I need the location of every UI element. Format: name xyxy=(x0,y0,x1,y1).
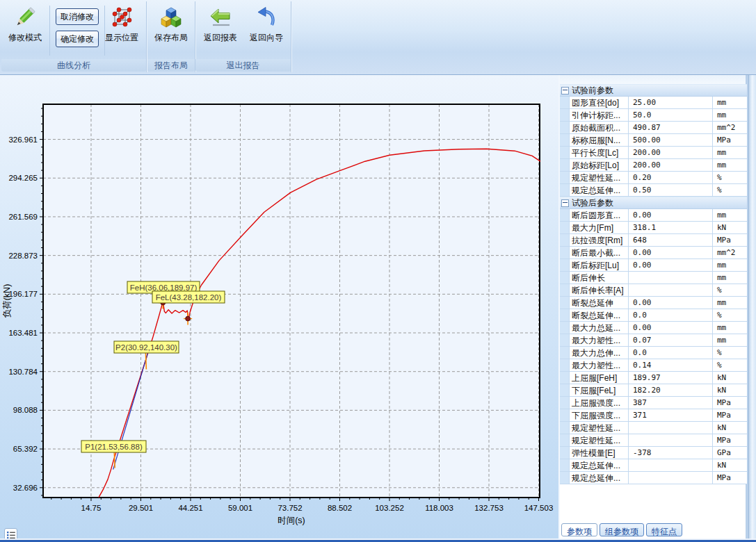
param-unit: % xyxy=(713,359,747,371)
param-unit: mm xyxy=(713,159,747,171)
param-unit: MPa xyxy=(713,134,747,146)
param-lab: 抗拉强度[Rm] xyxy=(570,234,629,246)
x-tick-label: 29.501 xyxy=(129,504,153,512)
y-axis-title: 负荷(kN) xyxy=(2,284,12,318)
x-tick-label: 59.001 xyxy=(228,504,252,512)
tab-feature-points[interactable]: 特征点 xyxy=(646,523,682,536)
param-row[interactable]: 断裂总延伸0.00mm xyxy=(560,297,747,309)
params-panel: 试验前参数圆形直径[do]25.00mm引伸计标距...50.0mm原始截面积.… xyxy=(558,75,748,540)
param-row[interactable]: 最大力塑性...0.07mm xyxy=(560,334,747,347)
param-gut xyxy=(560,159,570,171)
param-row[interactable]: 下屈服[FeL]182.20kN xyxy=(560,384,747,397)
param-lab: 最大力总伸... xyxy=(570,347,629,359)
load-time-chart: 14.7529.50144.25159.00173.75288.502103.2… xyxy=(0,75,558,540)
param-lab: 规定总延伸... xyxy=(570,472,629,484)
confirm-modify-button[interactable]: 确定修改 xyxy=(56,31,99,47)
param-row[interactable]: 断后圆形直...0.00mm xyxy=(560,209,747,222)
tab-param-items[interactable]: 参数项 xyxy=(561,523,597,536)
param-val: 0.07 xyxy=(629,334,713,346)
param-row[interactable]: 规定塑性延...0.20% xyxy=(560,172,747,184)
cancel-modify-button[interactable]: 取消修改 xyxy=(56,8,99,25)
param-row[interactable]: 引伸计标距...50.0mm xyxy=(560,109,747,122)
param-val: 0.14 xyxy=(629,359,713,371)
save-layout-button[interactable]: 保存布局 xyxy=(149,3,193,58)
param-lab: 最大力塑性... xyxy=(570,359,629,371)
collapse-minus-icon[interactable] xyxy=(561,199,569,207)
param-row[interactable]: 抗拉强度[Rm]648MPa xyxy=(560,234,747,247)
y-tick-label: 130.784 xyxy=(8,368,38,376)
param-val: 500.00 xyxy=(629,134,713,146)
x-tick-label: 147.503 xyxy=(524,504,554,512)
param-val: 182.20 xyxy=(629,384,713,396)
param-row[interactable]: 断后伸长mm xyxy=(560,272,747,284)
back-to-wizard-button[interactable]: 返回向导 xyxy=(244,3,289,58)
param-row[interactable]: 断后标距[Lu]0.00mm xyxy=(560,259,747,272)
back-to-report-button[interactable]: 返回报表 xyxy=(198,3,243,58)
param-lab: 圆形直径[do] xyxy=(570,97,629,108)
param-unit: mm xyxy=(713,272,747,284)
y-tick-label: 228.873 xyxy=(8,252,38,260)
param-gut xyxy=(560,272,570,284)
param-row[interactable]: 上屈服强度...387MPa xyxy=(560,397,747,409)
group-report-layout: 保存布局 报告布局 xyxy=(147,1,195,72)
collapse-minus-icon[interactable] xyxy=(561,87,569,95)
param-row[interactable]: 标称屈服[N...500.00MPa xyxy=(560,134,747,147)
param-row[interactable]: 断后最小截...0.00mm^2 xyxy=(560,247,747,259)
param-gut xyxy=(560,472,570,484)
param-lab: 规定塑性延... xyxy=(570,172,629,183)
ribbon-toolbar: 修改模式 取消修改 确定修改 xyxy=(0,0,756,75)
param-row[interactable]: 断后伸长率[A]% xyxy=(560,284,747,297)
param-gut xyxy=(560,297,570,309)
param-val xyxy=(629,472,713,484)
param-lab: 最大力塑性... xyxy=(570,334,629,346)
param-row[interactable]: 最大力[Fm]318.1kN xyxy=(560,222,747,234)
param-val: 0.50 xyxy=(629,184,713,196)
back-to-wizard-label: 返回向导 xyxy=(244,33,289,42)
modify-mode-button[interactable]: 修改模式 xyxy=(3,3,47,58)
param-row[interactable]: 规定总延伸...0.50% xyxy=(560,184,747,197)
param-row[interactable]: 最大力总伸...0.0% xyxy=(560,347,747,359)
param-gut xyxy=(560,184,570,196)
param-row[interactable]: 原始标距[Lo]200.00mm xyxy=(560,159,747,172)
vertical-scrollbar[interactable] xyxy=(748,75,756,540)
param-row[interactable]: 规定塑性延...MPa xyxy=(560,434,747,447)
tab-group-param-items[interactable]: 组参数项 xyxy=(600,523,644,536)
param-gut xyxy=(560,459,570,471)
param-row[interactable]: 弹性模量[E]-378GPa xyxy=(560,447,747,459)
param-row[interactable]: 断裂总延伸...0.0% xyxy=(560,309,747,322)
param-gut xyxy=(560,372,570,384)
list-icon xyxy=(7,531,15,539)
param-lab: 规定总延伸... xyxy=(570,184,629,196)
param-row[interactable]: 圆形直径[do]25.00mm xyxy=(560,97,747,109)
x-tick-label: 88.502 xyxy=(328,504,352,512)
param-row[interactable]: 最大力总延...0.00mm xyxy=(560,322,747,334)
back-to-report-label: 返回报表 xyxy=(198,33,243,42)
x-tick-label: 103.252 xyxy=(375,504,404,512)
param-group-title: 试验前参数 xyxy=(572,85,613,97)
param-group-header: 试验前参数 xyxy=(560,84,747,97)
modify-mode-label: 修改模式 xyxy=(3,33,47,42)
param-row[interactable]: 规定总延伸...MPa xyxy=(560,472,747,484)
annotation-label: P1(21.53,56.88) xyxy=(85,443,143,451)
param-row[interactable]: 平行长度[Lc]200.00mm xyxy=(560,147,747,159)
param-unit: kN xyxy=(713,372,747,384)
param-row[interactable]: 规定塑性延...kN xyxy=(560,422,747,434)
param-row[interactable]: 原始截面积...490.87mm^2 xyxy=(560,122,747,134)
param-row[interactable]: 下屈服强度...371MPa xyxy=(560,409,747,422)
param-unit: mm^2 xyxy=(713,247,747,258)
param-val xyxy=(629,434,713,446)
show-position-button[interactable]: 显示位置 xyxy=(99,3,144,58)
param-val: 200.00 xyxy=(629,159,713,171)
param-row[interactable]: 规定总延伸...kN xyxy=(560,459,747,472)
param-gut xyxy=(560,134,570,146)
y-tick-label: 65.392 xyxy=(13,445,38,453)
param-gut xyxy=(560,209,570,221)
param-row[interactable]: 上屈服[FeH]189.97kN xyxy=(560,372,747,384)
param-lab: 弹性模量[E] xyxy=(570,447,629,459)
param-row[interactable]: 最大力塑性...0.14% xyxy=(560,359,747,372)
param-lab: 上屈服强度... xyxy=(570,397,629,409)
param-unit: % xyxy=(713,184,747,196)
param-grid: 试验前参数圆形直径[do]25.00mm引伸计标距...50.0mm原始截面积.… xyxy=(560,84,747,484)
group-curve-analysis: 修改模式 取消修改 确定修改 xyxy=(1,1,147,72)
param-unit: kN xyxy=(713,384,747,396)
